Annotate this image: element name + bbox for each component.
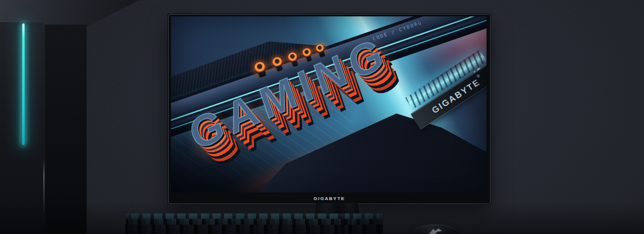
monitor-bezel-logo: GIGABYTE [169, 196, 490, 201]
pc-tower-side-panel [44, 25, 87, 234]
aorus-falcon-icon [429, 227, 443, 234]
monitor-screen-wallpaper: CODE / CYBORG GAMING GIGABYTE ® [171, 16, 487, 192]
mouse [410, 224, 461, 234]
screen-vignette [171, 16, 487, 192]
desk-scene: CODE / CYBORG GAMING GIGABYTE ® GIGABYTE [0, 0, 644, 234]
keyboard-sheen [125, 214, 383, 234]
keyboard [125, 214, 383, 234]
led-strip [22, 23, 25, 145]
monitor: CODE / CYBORG GAMING GIGABYTE ® GIGABYTE [168, 14, 491, 204]
pc-tower-edge-highlight [43, 159, 44, 215]
